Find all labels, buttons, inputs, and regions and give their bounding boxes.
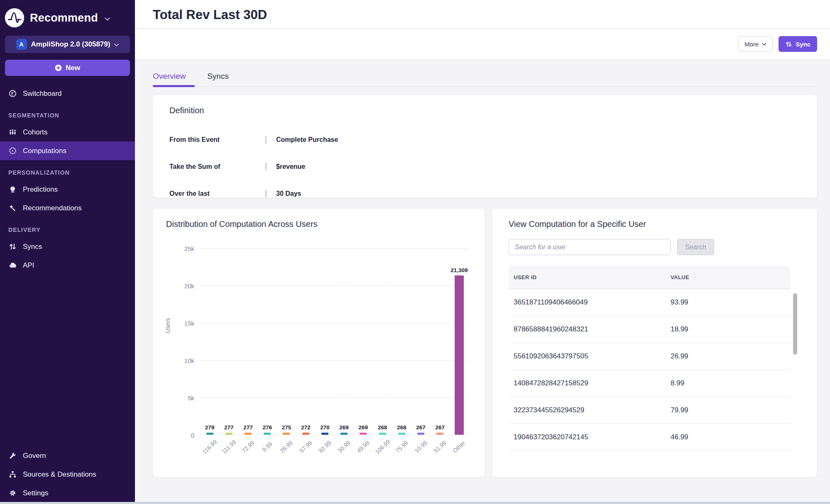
bar-value-label: 270 bbox=[320, 424, 330, 431]
sidebar-item-label: API bbox=[23, 261, 34, 270]
cell-value: 93.99 bbox=[671, 298, 791, 307]
x-tick-label: 9.99 bbox=[258, 439, 277, 463]
sidebar-item-label: Computations bbox=[23, 147, 66, 155]
table-row: 878658884196024832118.99 bbox=[509, 316, 791, 343]
sidebar: Recommend A AmpliShop 2.0 (305879) New S… bbox=[0, 0, 135, 504]
definition-rows: From this EventComplete PurchaseTake the… bbox=[169, 126, 801, 207]
x-tick-label: 26.99 bbox=[277, 439, 296, 463]
bar-cell: 277 bbox=[219, 424, 238, 435]
definition-row-label: From this Event bbox=[169, 136, 265, 144]
bar-value-label: 276 bbox=[262, 424, 272, 431]
chevron-down-icon bbox=[762, 43, 766, 46]
bar-value-label: 269 bbox=[359, 424, 368, 431]
bar bbox=[417, 433, 424, 435]
definition-title: Definition bbox=[169, 106, 801, 115]
sidebar-section-heading: SEGMENTATION bbox=[0, 103, 135, 123]
new-button[interactable]: New bbox=[5, 60, 130, 76]
x-tick-text: 116.99 bbox=[201, 438, 218, 455]
project-label: AmpliShop 2.0 (305879) bbox=[31, 40, 110, 49]
definition-separator bbox=[265, 163, 267, 170]
sidebar-item-govern[interactable]: Govern bbox=[0, 446, 135, 465]
chart-title: Distribution of Computation Across Users bbox=[166, 219, 471, 229]
bar-value-label: 279 bbox=[205, 424, 215, 431]
main-area: Total Rev Last 30D More Sync OverviewSyn… bbox=[135, 0, 830, 504]
project-selector[interactable]: A AmpliShop 2.0 (305879) bbox=[5, 36, 130, 53]
sidebar-nav-sections: SwitchboardSEGMENTATIONCohortsComputatio… bbox=[0, 84, 135, 275]
bar-value-label: 267 bbox=[435, 424, 445, 431]
y-tick-label: 15k bbox=[184, 320, 194, 327]
sidebar-item-switchboard[interactable]: Switchboard bbox=[0, 84, 135, 103]
sidebar-item-cohorts[interactable]: Cohorts bbox=[0, 123, 135, 141]
x-tick-label: 72.99 bbox=[238, 439, 257, 463]
cell-value: 79.99 bbox=[671, 406, 791, 414]
user-search-input[interactable] bbox=[509, 239, 671, 255]
cell-user-id: 1904637203620742145 bbox=[509, 433, 671, 441]
more-button[interactable]: More bbox=[738, 36, 773, 52]
definition-row-label: Over the last bbox=[169, 190, 265, 197]
sync-button-label: Sync bbox=[796, 41, 810, 48]
chevron-down-icon bbox=[114, 44, 119, 46]
sidebar-section-heading: PERSONALIZATION bbox=[0, 160, 135, 180]
content: OverviewSyncs Definition From this Event… bbox=[135, 59, 830, 504]
sidebar-item-recommendations[interactable]: Recommendations bbox=[0, 199, 135, 217]
y-tick-label: 25k bbox=[184, 245, 194, 252]
sync-arrows-icon bbox=[785, 41, 792, 48]
x-tick-text: 49.99 bbox=[356, 439, 371, 454]
table-row: 190463720362074214546.99 bbox=[509, 424, 791, 451]
cell-user-id: 3651871109406466049 bbox=[509, 298, 671, 307]
x-tick-label: 75.99 bbox=[392, 439, 411, 463]
table-scrollbar-thumb[interactable] bbox=[793, 293, 797, 355]
sidebar-item-label: Sources & Destinations bbox=[23, 470, 96, 479]
product-switcher[interactable]: Recommend bbox=[0, 5, 135, 33]
cell-user-id: 1408472828427158529 bbox=[509, 379, 671, 387]
bar bbox=[264, 433, 271, 435]
cell-value: 26.99 bbox=[671, 352, 791, 360]
bar-cell: 279 bbox=[200, 424, 219, 435]
column-header-user-id: USER ID bbox=[509, 274, 671, 280]
chevron-down-icon bbox=[105, 17, 110, 21]
cohorts-icon bbox=[8, 128, 17, 136]
cell-user-id: 322373445526294529 bbox=[509, 406, 671, 414]
new-button-label: New bbox=[66, 64, 80, 72]
y-axis-label: Users bbox=[164, 318, 171, 333]
window-bottom-edge bbox=[0, 502, 830, 504]
definition-row: From this EventComplete Purchase bbox=[169, 126, 801, 153]
more-button-label: More bbox=[744, 41, 759, 48]
x-tick-text: 26.99 bbox=[279, 439, 294, 454]
definition-separator bbox=[265, 190, 267, 197]
sidebar-item-sources-destinations[interactable]: Sources & Destinations bbox=[0, 465, 135, 484]
bar bbox=[436, 433, 443, 435]
sync-button[interactable]: Sync bbox=[779, 36, 817, 52]
tabs: OverviewSyncs bbox=[153, 72, 817, 87]
x-tick-label: Other bbox=[450, 439, 469, 463]
settings-icon bbox=[8, 489, 17, 497]
bar bbox=[283, 433, 290, 435]
definition-card: Definition From this EventComplete Purch… bbox=[153, 95, 817, 198]
bar-value-label: 268 bbox=[397, 424, 406, 431]
bars-layer: 2792772772762752722702692692682682672672… bbox=[200, 248, 469, 435]
bar-value-label: 21,309 bbox=[451, 267, 468, 273]
cell-user-id: 8786588841960248321 bbox=[509, 325, 671, 334]
sidebar-item-settings[interactable]: Settings bbox=[0, 484, 135, 502]
x-tick-text: 75.99 bbox=[394, 439, 409, 454]
computations-icon bbox=[8, 147, 17, 155]
definition-separator bbox=[265, 136, 267, 144]
sidebar-item-computations[interactable]: Computations bbox=[0, 141, 135, 160]
x-tick-label: 57.99 bbox=[296, 439, 315, 463]
x-tick-label: 49.99 bbox=[354, 439, 373, 463]
bar bbox=[398, 433, 405, 435]
tab-syncs[interactable]: Syncs bbox=[207, 72, 238, 87]
bar-value-label: 272 bbox=[301, 424, 311, 431]
search-button[interactable]: Search bbox=[677, 239, 714, 255]
titlebar: Total Rev Last 30D bbox=[135, 0, 830, 29]
tab-overview[interactable]: Overview bbox=[153, 72, 195, 87]
bar-value-label: 267 bbox=[416, 424, 426, 431]
bar-cell: 268 bbox=[373, 424, 392, 435]
bar-cell: 267 bbox=[431, 424, 450, 435]
bar bbox=[302, 433, 309, 435]
chart-plot: Users 25k20k15k10k5k02792772772762752722… bbox=[166, 248, 471, 463]
sidebar-item-api[interactable]: API bbox=[0, 256, 135, 275]
sidebar-item-predictions[interactable]: Predictions bbox=[0, 180, 135, 199]
amplitude-logo-icon bbox=[5, 8, 24, 27]
sidebar-item-syncs[interactable]: Syncs bbox=[0, 237, 135, 256]
